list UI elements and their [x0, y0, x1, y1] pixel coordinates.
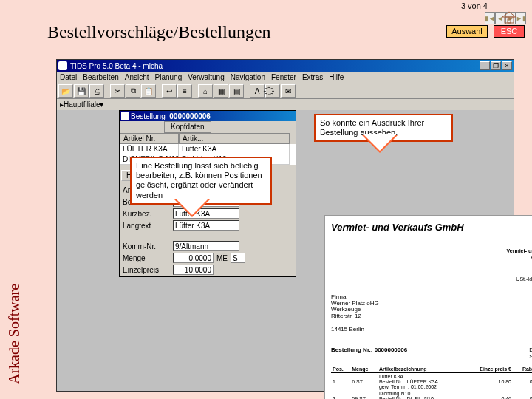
- toolbar: 📂 💾 🖨 ✂ ⧉ 📋 ↩ ≡ ⌂ ▦ ▤ A ҈ ✉: [57, 83, 514, 99]
- table-row: 16 ST Lüfter K3ABestell Nr. : LÜFTER K3A…: [331, 372, 532, 390]
- order-title: Bestellung: [131, 112, 166, 120]
- print-table: Pos.MengeArtikelbezeichnung Einzelpreis …: [331, 366, 532, 399]
- tab-kopfdaten[interactable]: Kopfdaten: [164, 121, 211, 133]
- home-icon[interactable]: [501, 10, 517, 24]
- app-titlebar: TIDS Pro 5.0 Beta 4 - micha _ ❐ ×: [57, 60, 514, 72]
- label-lang: Langtext: [123, 222, 170, 230]
- tool-home-icon[interactable]: ⌂: [198, 84, 213, 98]
- arrow-down-icon: [174, 200, 210, 217]
- menge-field[interactable]: [173, 253, 214, 263]
- tool-refund-icon[interactable]: ↩: [162, 84, 177, 98]
- minimize-icon[interactable]: _: [480, 61, 490, 70]
- me-field[interactable]: [231, 253, 245, 263]
- close-icon[interactable]: ×: [502, 61, 512, 70]
- tool-print-icon[interactable]: 🖨: [89, 84, 104, 98]
- menubar[interactable]: Datei Bearbeiten Ansicht Planung Verwalt…: [57, 72, 514, 83]
- label-kurz: Kurzbez.: [123, 210, 170, 218]
- label-menge: Menge: [123, 254, 170, 262]
- tool-b-icon[interactable]: ҈: [265, 84, 280, 98]
- tool-cal-icon[interactable]: ▦: [214, 84, 228, 98]
- print-preview: Vermiet- und Verkaufs GmbH Vermiet- und …: [324, 215, 532, 399]
- order-titlebar: Bestellung 0000000006: [120, 111, 296, 121]
- svg-marker-0: [502, 12, 516, 17]
- page-title: Bestellvorschläge/Bestellungen: [47, 22, 271, 42]
- order-number: 0000000006: [169, 112, 211, 120]
- svg-rect-1: [505, 17, 514, 23]
- tool-doc-icon[interactable]: ▤: [229, 84, 244, 98]
- menu-item[interactable]: Datei: [60, 73, 77, 81]
- table-row: 259 ST Dichtring N10Bestell Nr. : DI_PL_…: [331, 390, 532, 399]
- auswahl-button[interactable]: Auswahl: [446, 25, 488, 38]
- maximize-icon[interactable]: ❐: [491, 61, 501, 70]
- menu-item[interactable]: Verwaltung: [188, 73, 224, 81]
- menu-item[interactable]: Extras: [302, 73, 323, 81]
- nav-last-icon[interactable]: ►▮: [516, 12, 526, 24]
- label-me: ME: [216, 254, 228, 262]
- tool-mail-icon[interactable]: ✉: [281, 84, 296, 98]
- location-bar: ▸ Hauptfiliale ▾: [57, 99, 514, 110]
- tool-paste-icon[interactable]: 📋: [141, 84, 156, 98]
- app-title: TIDS Pro 5.0 Beta 4 - micha: [70, 62, 480, 70]
- label-komm: Komm-Nr.: [123, 242, 170, 250]
- app-window: TIDS Pro 5.0 Beta 4 - micha _ ❐ × Datei …: [56, 59, 514, 392]
- menu-item[interactable]: Planung: [155, 73, 183, 81]
- esc-button[interactable]: ESC: [494, 25, 525, 38]
- app-icon: [58, 61, 67, 70]
- table-row[interactable]: LÜFTER K3A Lüfter K3A: [120, 144, 296, 154]
- svg-rect-2: [508, 19, 511, 23]
- menu-item[interactable]: Navigation: [231, 73, 265, 81]
- tool-copy-icon[interactable]: ⧉: [126, 84, 140, 98]
- print-client: Firma Werner Platz oHG Werkzeuge Ritters…: [331, 294, 532, 333]
- menu-item[interactable]: Fenster: [271, 73, 296, 81]
- tool-list-icon[interactable]: ≡: [177, 84, 192, 98]
- menu-item[interactable]: Ansicht: [125, 73, 149, 81]
- col-artikel-nr[interactable]: Artikel Nr.: [120, 133, 179, 144]
- komm-field[interactable]: [173, 241, 239, 251]
- print-company: Vermiet- und Verkaufs GmbH: [331, 222, 464, 247]
- page-counter: 3 von 4: [461, 1, 488, 10]
- order-tabs: Kopfdaten: [120, 121, 296, 133]
- print-address: Vermiet- und Verkaufs GmbH An der Roseal…: [331, 248, 532, 288]
- callout-edit: Eine Bestellung lässt sich beliebig bear…: [130, 157, 272, 205]
- tool-cut-icon[interactable]: ✂: [110, 84, 125, 98]
- col-artikel[interactable]: Artik...: [179, 133, 290, 144]
- tool-open-icon[interactable]: 📂: [58, 84, 73, 98]
- tool-a-icon[interactable]: A: [250, 84, 265, 98]
- arrow-down-icon: [362, 135, 398, 153]
- nav-first-icon[interactable]: ▮◄: [485, 12, 495, 24]
- app-icon: [121, 112, 129, 120]
- menu-item[interactable]: Bearbeiten: [83, 73, 118, 81]
- brand-text: Arkade Software: [6, 163, 23, 384]
- tool-save-icon[interactable]: 💾: [74, 84, 89, 98]
- label-preis: Einzelpreis: [123, 266, 170, 274]
- menu-item[interactable]: Hilfe: [329, 73, 344, 81]
- print-order-number: Bestellung Nr.: 0000000006 Datum 29.04.2…: [331, 347, 532, 360]
- preis-field[interactable]: [173, 265, 214, 275]
- lang-field[interactable]: [173, 220, 239, 231]
